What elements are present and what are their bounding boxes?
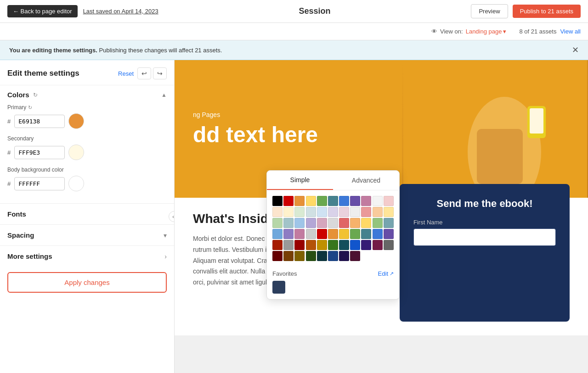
primary-color-label: Primary ↻ xyxy=(7,104,167,111)
color-cell[interactable] xyxy=(283,251,294,261)
color-cell[interactable] xyxy=(350,240,360,250)
color-cell[interactable] xyxy=(317,240,327,250)
color-cell[interactable] xyxy=(384,229,394,239)
color-cell[interactable] xyxy=(361,240,371,250)
color-cell[interactable] xyxy=(306,251,316,261)
edit-favorites-link[interactable]: Edit ↗ xyxy=(378,270,394,277)
color-cell[interactable] xyxy=(350,218,360,228)
color-cell[interactable] xyxy=(339,207,349,217)
color-cell[interactable] xyxy=(283,218,294,228)
top-bar-left: ← Back to page editor Last saved on Apri… xyxy=(7,5,158,17)
color-cell[interactable] xyxy=(317,218,327,228)
preview-button[interactable]: Preview xyxy=(471,4,508,18)
signup-title: Send me the ebook! xyxy=(413,198,556,210)
color-cell[interactable] xyxy=(272,229,283,239)
color-cell[interactable] xyxy=(328,196,338,206)
apply-changes-button[interactable]: Apply changes xyxy=(7,272,167,293)
color-cell[interactable] xyxy=(361,218,371,228)
favorites-label: Favorites xyxy=(272,270,297,277)
body-bg-color-input[interactable] xyxy=(14,177,65,190)
color-cell[interactable] xyxy=(294,218,305,228)
color-cell[interactable] xyxy=(317,207,327,217)
secondary-color-swatch[interactable] xyxy=(68,145,84,160)
color-cell[interactable] xyxy=(317,229,327,239)
color-cell[interactable] xyxy=(328,251,338,261)
color-cell[interactable] xyxy=(317,196,327,206)
color-cell[interactable] xyxy=(339,218,349,228)
color-cell[interactable] xyxy=(294,240,305,250)
color-cell[interactable] xyxy=(294,229,305,239)
color-cell[interactable] xyxy=(283,196,294,206)
favorites-section: Favorites Edit ↗ xyxy=(267,267,399,299)
color-cell[interactable] xyxy=(361,207,371,217)
primary-refresh-icon[interactable]: ↻ xyxy=(28,105,32,111)
more-settings-section-header[interactable]: More settings › xyxy=(0,245,174,267)
undo-button[interactable]: ↩ xyxy=(137,67,151,79)
color-cell[interactable] xyxy=(328,240,338,250)
favorite-color-swatch[interactable] xyxy=(272,281,285,294)
color-cell[interactable] xyxy=(339,251,349,261)
sidebar-title: Edit theme settings xyxy=(7,69,79,78)
color-cell[interactable] xyxy=(350,229,360,239)
color-cell[interactable] xyxy=(339,240,349,250)
color-cell[interactable] xyxy=(317,251,327,261)
first-name-input[interactable] xyxy=(413,228,556,246)
color-cell[interactable] xyxy=(373,218,383,228)
color-cell[interactable] xyxy=(272,218,283,228)
color-cell[interactable] xyxy=(339,196,349,206)
top-bar-right: Preview Publish to 21 assets xyxy=(471,4,581,18)
color-cell[interactable] xyxy=(306,207,316,217)
color-cell[interactable] xyxy=(361,196,371,206)
color-cell[interactable] xyxy=(272,251,283,261)
sidebar-actions: Reset ↩ ↪ xyxy=(118,67,167,79)
color-cell[interactable] xyxy=(328,207,338,217)
reset-button[interactable]: Reset xyxy=(118,70,134,77)
close-notification-button[interactable]: ✕ xyxy=(572,45,579,55)
colors-section-header[interactable]: Colors ↻ ▲ xyxy=(0,85,174,104)
color-cell[interactable] xyxy=(272,240,283,250)
color-cell[interactable] xyxy=(306,240,316,250)
color-cell[interactable] xyxy=(306,229,316,239)
color-cell[interactable] xyxy=(350,207,360,217)
color-cell[interactable] xyxy=(384,240,394,250)
simple-tab[interactable]: Simple xyxy=(267,171,333,190)
color-cell[interactable] xyxy=(328,218,338,228)
primary-color-swatch[interactable] xyxy=(68,113,84,129)
color-cell[interactable] xyxy=(384,218,394,228)
page-type-selector[interactable]: Landing page ▾ xyxy=(466,28,507,35)
color-cell[interactable] xyxy=(294,207,305,217)
color-cell[interactable] xyxy=(272,196,283,206)
color-cell[interactable] xyxy=(384,196,394,206)
color-cell[interactable] xyxy=(283,240,294,250)
secondary-color-input[interactable] xyxy=(14,146,65,159)
fonts-section-header[interactable]: Fonts xyxy=(0,203,174,224)
color-cell[interactable] xyxy=(373,229,383,239)
body-bg-color-swatch[interactable] xyxy=(68,176,84,191)
color-cell[interactable] xyxy=(361,229,371,239)
color-cell[interactable] xyxy=(373,196,383,206)
color-cell[interactable] xyxy=(283,207,294,217)
color-cell[interactable] xyxy=(294,251,305,261)
color-cell[interactable] xyxy=(328,229,338,239)
color-cell[interactable] xyxy=(306,196,316,206)
color-cell[interactable] xyxy=(373,207,383,217)
color-cell[interactable] xyxy=(350,251,360,261)
last-saved-label[interactable]: Last saved on April 14, 2023 xyxy=(83,8,158,15)
color-cell[interactable] xyxy=(339,229,349,239)
view-all-link[interactable]: View all xyxy=(560,28,581,35)
color-cell[interactable] xyxy=(272,207,283,217)
color-cell[interactable] xyxy=(294,196,305,206)
primary-color-input[interactable] xyxy=(14,115,65,128)
color-cell[interactable] xyxy=(384,207,394,217)
publish-button[interactable]: Publish to 21 assets xyxy=(513,5,581,18)
color-cell[interactable] xyxy=(306,218,316,228)
chevron-up-icon: ▲ xyxy=(161,92,167,98)
redo-button[interactable]: ↪ xyxy=(153,67,167,79)
color-cell[interactable] xyxy=(373,240,383,250)
color-cell[interactable] xyxy=(350,196,360,206)
refresh-icon[interactable]: ↻ xyxy=(33,92,38,98)
back-to-editor-button[interactable]: ← Back to page editor xyxy=(7,5,78,17)
spacing-section-header[interactable]: Spacing ▾ xyxy=(0,224,174,245)
advanced-tab[interactable]: Advanced xyxy=(333,171,399,190)
color-cell[interactable] xyxy=(283,229,294,239)
